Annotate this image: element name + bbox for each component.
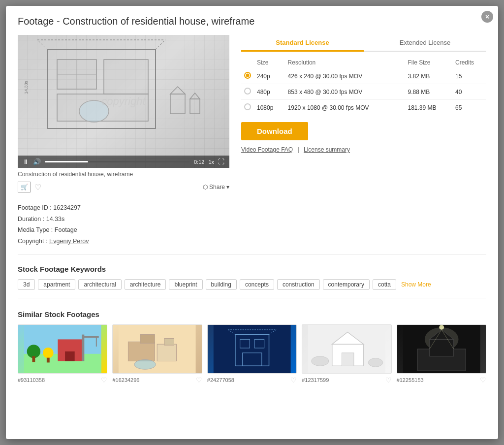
similar-heart-1[interactable]: ♡ <box>101 376 107 384</box>
size-1080p: 1080p <box>254 100 285 116</box>
keywords-section: Stock Footage Keywords 3d apartment arch… <box>18 265 486 290</box>
resolution-1080p: 1920 x 1080 @ 30.00 fps MOV <box>285 100 405 116</box>
fullscreen-button[interactable]: ⛶ <box>218 158 224 165</box>
svg-rect-30 <box>164 338 174 345</box>
share-button[interactable]: ⬡ Share ▾ <box>203 184 229 191</box>
similar-thumb-3[interactable] <box>207 324 297 374</box>
cart-icon-btn[interactable]: 🛒 <box>18 182 31 192</box>
similar-heart-3[interactable]: ♡ <box>290 376 297 384</box>
video-thumbnail: 14.33s copyright <box>18 35 229 168</box>
media-type-row: Media Type : Footage <box>18 224 486 236</box>
show-more-link[interactable]: Show More <box>401 281 431 288</box>
tab-extended-license[interactable]: Extended License <box>364 35 486 52</box>
svg-rect-18 <box>32 356 35 362</box>
svg-rect-20 <box>47 358 50 363</box>
similar-id-2: #16234296 <box>112 377 139 383</box>
similar-id-1: #93110358 <box>18 377 45 383</box>
keyword-tag[interactable]: 3d <box>18 279 35 290</box>
tab-standard-license[interactable]: Standard License <box>241 35 364 52</box>
radio-480p[interactable] <box>244 88 251 95</box>
similar-item: #12317599 ♡ <box>302 324 391 384</box>
svg-rect-22 <box>65 351 75 361</box>
similar-heart-2[interactable]: ♡ <box>196 376 202 384</box>
svg-rect-29 <box>158 344 177 361</box>
thumb-art-5 <box>397 325 486 373</box>
faq-link[interactable]: Video Footage FAQ <box>241 146 293 153</box>
footage-id-label: Footage ID : <box>18 204 52 211</box>
size-480p: 480p <box>254 84 285 100</box>
similar-id-5: #12255153 <box>397 377 424 383</box>
svg-point-17 <box>27 345 40 358</box>
keyword-tag[interactable]: apartment <box>38 279 75 290</box>
keyword-tag[interactable]: blueprint <box>169 279 202 290</box>
col-filesize: File Size <box>405 57 452 68</box>
progress-fill <box>45 161 88 162</box>
similar-thumb-4[interactable] <box>302 324 391 374</box>
similar-meta-3: #24277058 ♡ <box>207 376 297 384</box>
license-panel: Standard License Extended License Size R… <box>241 35 486 192</box>
keyword-tag[interactable]: building <box>206 279 237 290</box>
credits-480p: 40 <box>452 84 486 100</box>
keyword-tag[interactable]: construction <box>277 279 320 290</box>
keyword-tag[interactable]: cotta <box>373 279 396 290</box>
speed-label[interactable]: 1x <box>208 159 214 165</box>
share-chevron: ▾ <box>226 184 229 191</box>
duration-label: Duration : <box>18 216 44 222</box>
video-actions: 🛒 ♡ ⬡ Share ▾ <box>18 182 229 192</box>
download-button[interactable]: Download <box>241 122 308 140</box>
media-type-value: Footage <box>55 226 77 233</box>
svg-point-51 <box>439 325 444 330</box>
video-controls: ⏸ 🔊 0:12 1x ⛶ <box>18 156 229 168</box>
similar-item: #93110358 ♡ <box>18 324 107 384</box>
divider-1 <box>18 254 486 255</box>
footage-id-row: Footage ID : 16234297 <box>18 202 486 214</box>
modal-container: × Footage - Construction of residential … <box>6 6 498 439</box>
svg-rect-28 <box>140 335 155 344</box>
summary-link[interactable]: License summary <box>304 146 350 153</box>
similar-thumb-5[interactable] <box>397 324 486 374</box>
similar-section-title: Similar Stock Footages <box>18 310 486 318</box>
similar-id-3: #24277058 <box>207 377 234 383</box>
similar-section: Similar Stock Footages <box>18 310 486 384</box>
similar-grid: #93110358 ♡ <box>18 324 486 384</box>
table-row[interactable]: 240p 426 x 240 @ 30.00 fps MOV 3.82 MB 1… <box>241 68 486 84</box>
svg-rect-27 <box>128 342 155 361</box>
footage-id-value: 16234297 <box>53 204 81 211</box>
copyright-row: Copyright : Evgeniy Perov <box>18 236 486 247</box>
col-credits: Credits <box>452 57 486 68</box>
table-row[interactable]: 1080p 1920 x 1080 @ 30.00 fps MOV 181.39… <box>241 100 486 116</box>
keyword-tag[interactable]: contemporary <box>323 279 370 290</box>
credits-240p: 15 <box>452 68 486 84</box>
volume-button[interactable]: 🔊 <box>33 158 41 165</box>
metadata-section: Footage ID : 16234297 Duration : 14.33s … <box>18 202 486 247</box>
close-button[interactable]: × <box>481 11 493 23</box>
keyword-tag[interactable]: architectural <box>78 279 121 290</box>
similar-heart-5[interactable]: ♡ <box>480 376 486 384</box>
similar-heart-4[interactable]: ♡ <box>385 376 392 384</box>
col-resolution: Resolution <box>285 57 405 68</box>
thumb-art-1 <box>18 325 107 373</box>
favorite-button[interactable]: ♡ <box>34 183 41 192</box>
table-row[interactable]: 480p 853 x 480 @ 30.00 fps MOV 9.88 MB 4… <box>241 84 486 100</box>
similar-thumb-1[interactable] <box>18 324 107 374</box>
progress-bar[interactable] <box>45 161 190 162</box>
similar-meta-5: #12255153 ♡ <box>397 376 486 384</box>
keywords-container: 3d apartment architectural architecture … <box>18 279 486 290</box>
time-display: 0:12 <box>194 159 204 165</box>
video-container[interactable]: 14.33s copyright ⏸ 🔊 <box>18 35 229 168</box>
pause-button[interactable]: ⏸ <box>23 158 29 165</box>
filesize-1080p: 181.39 MB <box>405 100 452 116</box>
similar-item: #12255153 ♡ <box>397 324 486 384</box>
similar-meta-4: #12317599 ♡ <box>302 376 391 384</box>
copyright-link[interactable]: Evgeniy Perov <box>49 238 89 245</box>
thumb-art-3 <box>208 325 296 373</box>
radio-240p[interactable] <box>244 72 251 79</box>
similar-id-4: #12317599 <box>302 377 329 383</box>
radio-1080p[interactable] <box>244 103 251 110</box>
resolution-480p: 853 x 480 @ 30.00 fps MOV <box>285 84 405 100</box>
keyword-tag[interactable]: concepts <box>240 279 274 290</box>
duration-row: Duration : 14.33s <box>18 214 486 225</box>
similar-thumb-2[interactable] <box>112 324 202 374</box>
svg-point-31 <box>135 360 156 370</box>
keyword-tag[interactable]: architecture <box>125 279 166 290</box>
